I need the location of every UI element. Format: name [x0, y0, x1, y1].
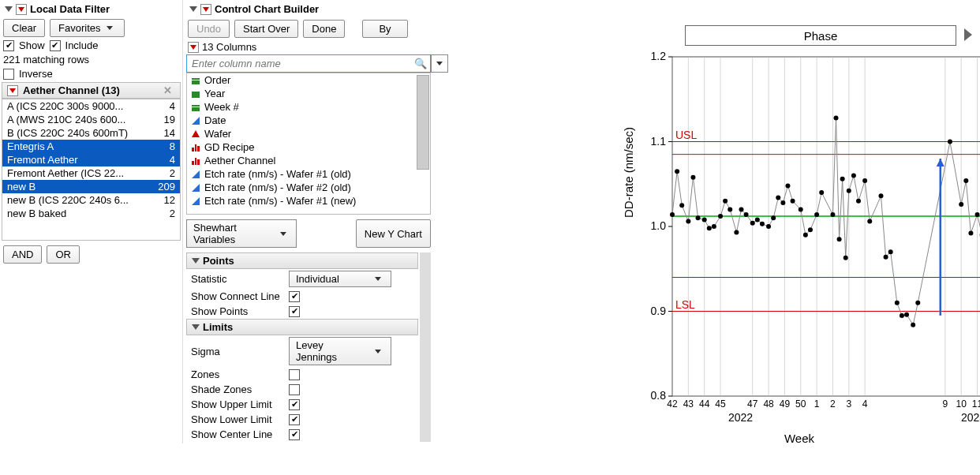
svg-point-64: [670, 212, 675, 217]
svg-text:10: 10: [956, 398, 967, 410]
svg-text:42: 42: [667, 398, 678, 410]
svg-point-89: [803, 233, 808, 238]
start-over-button[interactable]: Start Over: [234, 20, 298, 38]
search-icon[interactable]: 🔍: [411, 58, 430, 69]
svg-point-87: [791, 199, 795, 204]
filter-list[interactable]: A (ICS 220C 300s 9000...4A (MWS 210C 240…: [2, 99, 181, 241]
svg-point-69: [696, 215, 701, 220]
undo-button[interactable]: Undo: [188, 20, 230, 38]
clear-button[interactable]: Clear: [3, 19, 45, 37]
disclosure-icon[interactable]: [5, 6, 13, 12]
list-item[interactable]: Etch rate (nm/s) - Wafer #1 (old): [187, 167, 430, 181]
list-item[interactable]: Fremont Aether (ICS 22...2: [2, 166, 180, 180]
list-item[interactable]: A (MWS 210C 240s 600...19: [2, 113, 180, 126]
svg-point-111: [948, 140, 952, 144]
or-button[interactable]: OR: [47, 245, 80, 264]
favorites-button[interactable]: Favorites: [50, 19, 124, 37]
list-item[interactable]: Wafer: [187, 127, 430, 140]
svg-point-108: [904, 312, 909, 317]
svg-point-100: [856, 199, 861, 204]
connect-line-checkbox[interactable]: [289, 291, 300, 302]
shade-zones-checkbox[interactable]: [289, 384, 300, 395]
svg-point-99: [851, 174, 856, 178]
svg-text:2022: 2022: [728, 411, 753, 424]
svg-point-105: [888, 249, 893, 254]
done-button[interactable]: Done: [303, 20, 345, 38]
column-list[interactable]: OrderYearWeek #DateWaferGD RecipeAether …: [186, 73, 431, 215]
and-button[interactable]: AND: [3, 245, 42, 264]
next-phase-icon[interactable]: [964, 28, 972, 41]
disclosure-icon[interactable]: [189, 6, 197, 12]
new-y-chart-button[interactable]: New Y Chart: [356, 219, 431, 248]
menu-icon[interactable]: [7, 85, 18, 96]
list-item[interactable]: Fremont Aether4: [2, 153, 180, 166]
svg-point-98: [847, 189, 851, 193]
list-item[interactable]: new B209: [2, 180, 180, 193]
center-line-checkbox[interactable]: [289, 429, 300, 440]
list-item[interactable]: Entegris A8: [2, 140, 180, 153]
by-button[interactable]: By: [362, 20, 407, 38]
close-icon[interactable]: ✕: [160, 84, 175, 96]
include-checkbox[interactable]: [50, 40, 61, 51]
svg-point-79: [750, 221, 755, 226]
list-item[interactable]: Order: [187, 73, 430, 87]
svg-text:0.9: 0.9: [651, 305, 667, 317]
svg-point-104: [884, 255, 888, 260]
list-item[interactable]: Year: [187, 87, 430, 100]
svg-point-90: [808, 227, 813, 232]
svg-text:0.8: 0.8: [651, 389, 667, 402]
inverse-checkbox[interactable]: [3, 69, 14, 80]
svg-text:44: 44: [699, 398, 710, 410]
svg-point-88: [799, 208, 803, 212]
svg-text:1.1: 1.1: [651, 135, 667, 148]
svg-point-102: [867, 219, 872, 224]
lower-limit-checkbox[interactable]: [289, 414, 300, 425]
list-item[interactable]: new B baked2: [2, 207, 180, 220]
svg-point-93: [830, 212, 835, 217]
list-item[interactable]: Etch rate (nm/s) - Wafer #2 (old): [187, 181, 430, 194]
chart-type-combo[interactable]: Shewhart Variables: [186, 219, 297, 248]
svg-point-101: [862, 178, 867, 183]
list-item[interactable]: Etch rate (nm/s) - Wafer #1 (new): [187, 194, 430, 208]
svg-point-85: [780, 200, 785, 205]
include-label: Include: [65, 39, 99, 51]
disclosure-icon[interactable]: [192, 258, 200, 264]
chevron-down-icon: [107, 26, 113, 30]
zones-checkbox[interactable]: [289, 369, 300, 380]
svg-point-70: [702, 217, 707, 222]
search-input[interactable]: [187, 55, 411, 72]
svg-text:9: 9: [943, 398, 948, 410]
matching-rows: 221 matching rows: [3, 54, 89, 65]
list-item[interactable]: B (ICS 220C 240s 600mT)14: [2, 126, 180, 140]
svg-point-78: [744, 212, 749, 217]
svg-point-65: [675, 169, 679, 174]
svg-point-76: [734, 230, 739, 235]
disclosure-icon[interactable]: [192, 324, 200, 330]
svg-point-68: [690, 175, 695, 180]
list-item[interactable]: Week #: [187, 100, 430, 114]
list-item[interactable]: GD Recipe: [187, 140, 430, 154]
scrollbar-thumb[interactable]: [417, 75, 429, 170]
phase-header[interactable]: Phase: [685, 25, 956, 46]
upper-limit-checkbox[interactable]: [289, 399, 300, 410]
menu-icon[interactable]: [200, 4, 211, 15]
show-checkbox[interactable]: [3, 40, 14, 51]
search-dropdown[interactable]: [431, 54, 448, 73]
list-item[interactable]: Date: [187, 114, 430, 127]
list-item[interactable]: Aether Channel: [187, 154, 430, 167]
menu-icon[interactable]: [16, 4, 27, 15]
control-chart[interactable]: 0.80.91.01.11.24243444547484950123491011…: [625, 50, 980, 443]
left-title: Local Data Filter: [30, 3, 110, 15]
menu-icon[interactable]: [188, 42, 199, 53]
statistic-combo[interactable]: Individual: [289, 271, 391, 287]
svg-text:3: 3: [846, 398, 851, 410]
svg-point-110: [915, 301, 920, 305]
sigma-combo[interactable]: Levey Jennings: [289, 337, 391, 365]
list-item[interactable]: new B (ICS 220C 240s 6...12: [2, 193, 180, 207]
svg-text:2: 2: [830, 398, 836, 410]
svg-point-75: [728, 208, 732, 212]
svg-text:USL: USL: [675, 129, 697, 141]
show-points-checkbox[interactable]: [289, 306, 300, 317]
svg-point-72: [712, 224, 716, 229]
list-item[interactable]: A (ICS 220C 300s 9000...4: [2, 99, 180, 113]
